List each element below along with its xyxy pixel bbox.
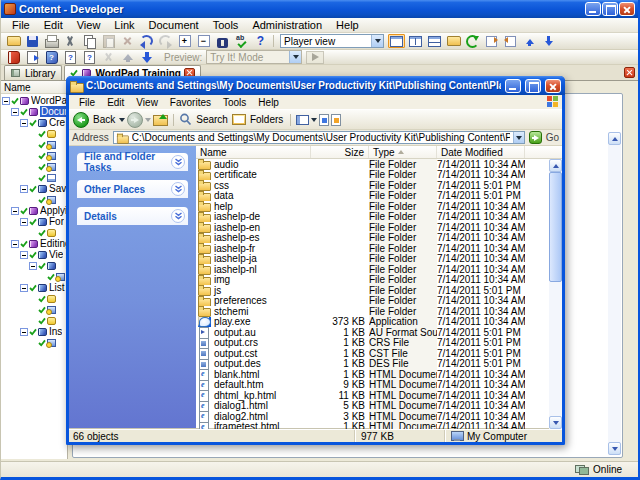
back-icon[interactable] [73,112,89,128]
menu-item[interactable]: Edit [101,97,130,108]
scroll-up-icon[interactable] [549,159,562,172]
paste-icon[interactable] [100,34,117,48]
new-question-icon[interactable] [81,50,98,64]
tree-item[interactable]: Ins [1,326,67,337]
menu-item[interactable]: Edit [37,19,70,31]
document-scrollbar[interactable] [608,132,621,455]
chevron-expand-icon[interactable] [171,182,185,196]
file-row[interactable]: audio File Folder 7/14/2011 10:34 AM [196,159,549,170]
tree-item[interactable] [1,172,67,183]
spelling-icon[interactable] [233,34,250,48]
move-down-icon[interactable] [138,50,155,64]
expand-all-icon[interactable] [176,34,193,48]
file-row[interactable]: dhtml_kp.html 11 KB HTML Document 7/14/2… [196,390,549,401]
refresh-icon[interactable] [464,34,481,48]
file-list-scrollbar[interactable] [549,159,562,429]
tree-item[interactable]: List [1,282,67,293]
menu-item[interactable]: View [70,19,108,31]
taskpane-group-header[interactable]: Details [77,207,188,225]
column-header-date-modified[interactable]: Date Modified [437,146,525,158]
expand-toggle[interactable] [20,119,28,127]
insert-before-icon[interactable] [483,34,500,48]
taskpane-group-header[interactable]: Other Places [77,180,188,198]
outline-view-icon[interactable] [407,34,424,48]
file-row[interactable]: iashelp-es File Folder 7/14/2011 10:34 A… [196,233,549,244]
tree-item[interactable]: Editing [1,238,67,249]
collapse-all-icon[interactable] [195,34,212,48]
expand-toggle[interactable] [20,185,28,193]
menu-item[interactable]: Administration [245,19,329,31]
tree-item[interactable] [1,337,67,348]
delete-icon[interactable] [119,34,136,48]
expand-toggle[interactable] [29,262,37,270]
back-label[interactable]: Back [93,114,115,125]
file-row[interactable]: default.htm 9 KB HTML Document 7/14/2011… [196,380,549,391]
menu-item[interactable]: Document [142,19,206,31]
chevron-expand-icon[interactable] [171,155,185,169]
scroll-thumb[interactable] [549,172,562,282]
scroll-down-icon[interactable] [608,442,621,455]
file-row[interactable]: dialog1.html 5 KB HTML Document 7/14/201… [196,401,549,412]
document-blue-icon[interactable] [319,114,329,126]
expand-toggle[interactable] [20,251,28,259]
player-view-icon[interactable] [388,34,405,48]
file-row[interactable]: output.cst 1 KB CST File 7/14/2011 5:01 … [196,348,549,359]
address-input[interactable]: C:\Documents and Settings\My Documents\U… [113,131,525,144]
taskpane-group-header[interactable]: File and Folder Tasks [77,153,188,171]
file-row[interactable]: blank.html 1 KB HTML Document 7/14/2011 … [196,369,549,380]
chevron-down-icon[interactable] [371,35,383,47]
file-row[interactable]: iashelp-nl File Folder 7/14/2011 10:34 A… [196,264,549,275]
minimize-button[interactable] [585,2,601,16]
menu-item[interactable]: Help [329,19,366,31]
scroll-up-icon[interactable] [608,132,621,145]
tree-item[interactable] [1,128,67,139]
explorer-close-button[interactable] [545,79,561,93]
go-icon[interactable] [529,131,542,144]
document-tab[interactable]: Library [4,65,62,80]
column-header-size[interactable]: Size [311,146,369,158]
new-topic-icon[interactable] [62,50,79,64]
explorer-minimize-button[interactable] [505,79,521,93]
publish-icon[interactable] [5,50,22,64]
file-row[interactable]: output.au 1 KB AU Format Sound 7/14/2011… [196,327,549,338]
menu-item[interactable]: Tools [206,19,246,31]
views-icon[interactable] [296,115,309,125]
chevron-expand-icon[interactable] [171,209,185,223]
search-button[interactable]: Search [196,114,228,125]
demote-icon[interactable] [540,34,557,48]
expand-toggle[interactable] [20,328,28,336]
cut-icon[interactable] [62,34,79,48]
file-row[interactable]: iashelp-ja File Folder 7/14/2011 10:34 A… [196,254,549,265]
tree-item[interactable]: Applyin [1,205,67,216]
menu-item[interactable]: File [5,19,37,31]
column-header-name[interactable]: Name [196,146,311,158]
maximize-button[interactable] [602,2,618,16]
details-view-icon[interactable] [426,34,443,48]
find-icon[interactable] [214,34,231,48]
file-row[interactable]: js File Folder 7/14/2011 5:01 PM [196,285,549,296]
tree-item[interactable] [1,194,67,205]
expand-toggle[interactable] [11,207,19,215]
file-row[interactable]: stchemi File Folder 7/14/2011 10:34 AM [196,306,549,317]
tree-item[interactable]: WordPad T [1,95,67,106]
close-button[interactable] [619,2,635,16]
menu-item[interactable]: Link [107,19,141,31]
views-dropdown-icon[interactable] [311,118,317,122]
expand-toggle[interactable] [20,284,28,292]
back-dropdown-icon[interactable] [119,118,125,122]
expand-toggle[interactable] [11,108,19,116]
menu-item[interactable]: Favorites [164,97,217,108]
tree-item[interactable] [1,161,67,172]
folders-button[interactable]: Folders [250,114,283,125]
pane-close-icon[interactable] [624,67,635,78]
tree-item[interactable] [1,315,67,326]
file-row[interactable]: preferences File Folder 7/14/2011 10:34 … [196,296,549,307]
expand-toggle[interactable] [2,97,10,105]
file-row[interactable]: play.exe 373 KB Application 7/14/2011 10… [196,317,549,328]
menu-item[interactable]: View [130,97,164,108]
tree-item[interactable]: Cre [1,117,67,128]
tree-item[interactable]: Vie [1,249,67,260]
open-folder-icon[interactable] [445,34,462,48]
file-row[interactable]: help File Folder 7/14/2011 10:34 AM [196,201,549,212]
menu-item[interactable]: Help [252,97,285,108]
